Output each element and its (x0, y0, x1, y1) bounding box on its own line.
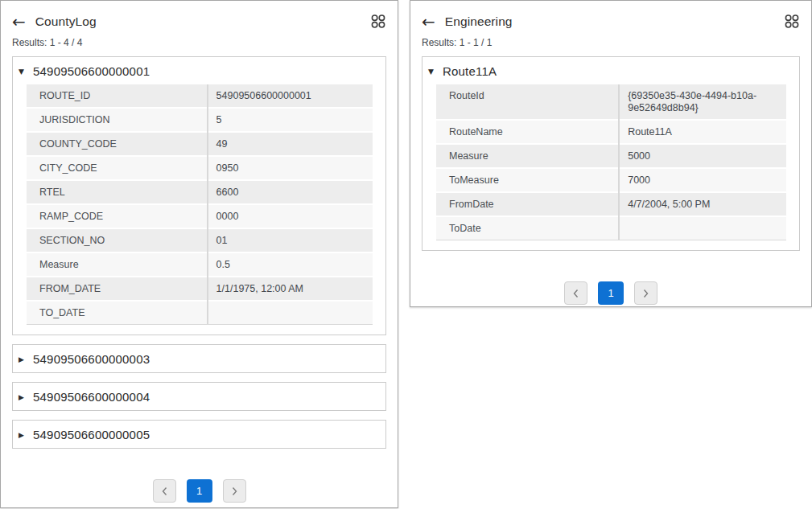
attribute-label: CITY_CODE (27, 157, 207, 179)
pagination: 1 (12, 479, 386, 503)
attribute-value: 01 (207, 229, 373, 252)
attribute-label: ToDate (436, 217, 618, 240)
back-button[interactable]: ← (12, 14, 26, 30)
attribute-label: Measure (27, 253, 207, 276)
attribute-value: 1/1/1975, 12:00 AM (207, 277, 373, 300)
attribute-label: FROM_DATE (27, 277, 207, 300)
attribute-value: 6600 (207, 181, 373, 203)
table-row: ROUTE_ID 54909506600000001 (27, 84, 373, 109)
table-row: RouteId {69350e35-430e-4494-b10a-9e52649… (436, 84, 786, 121)
attribute-value: 54909506600000001 (207, 84, 373, 107)
attribute-label: COUNTY_CODE (27, 133, 207, 155)
table-row: COUNTY_CODE 49 (27, 133, 373, 157)
attribute-value: Route11A (618, 121, 786, 143)
table-row: Measure 0.5 (27, 253, 373, 277)
attribute-value: {69350e35-430e-4494-b10a-9e52649d8b94} (618, 84, 786, 119)
back-button[interactable]: ← (422, 14, 435, 30)
panel-engineering: ← Engineering Results: 1 - 1 / 1 ▼ Route… (410, 0, 812, 307)
feature-accordion-header[interactable]: ▼ 54909506600000001 (13, 57, 385, 84)
grid-view-icon (784, 14, 800, 30)
table-row: RouteName Route11A (436, 121, 786, 145)
attribute-label: ROUTE_ID (27, 84, 207, 107)
attribute-label: Measure (436, 145, 618, 167)
caret-right-icon: ▶ (19, 355, 33, 363)
table-row: FROM_DATE 1/1/1975, 12:00 AM (27, 277, 373, 302)
arrow-left-icon: ← (12, 12, 26, 31)
attribute-value: 5000 (618, 145, 786, 167)
feature-accordion-header[interactable]: ▶ 54909506600000005 (13, 421, 385, 448)
feature-title: 54909506600000004 (33, 390, 150, 404)
table-row: ToMeasure 7000 (436, 169, 786, 193)
table-row: Measure 5000 (436, 145, 786, 169)
feature-card-collapsed: ▶ 54909506600000004 (12, 382, 386, 411)
feature-title: Route11A (443, 64, 497, 78)
table-row: CITY_CODE 0950 (27, 157, 373, 181)
attribute-table: RouteId {69350e35-430e-4494-b10a-9e52649… (436, 84, 786, 240)
attribute-label: RouteName (436, 121, 618, 143)
attribute-value: 0000 (207, 205, 373, 228)
chevron-right-icon (231, 486, 238, 496)
page-1-button[interactable]: 1 (187, 479, 212, 503)
results-count: Results: 1 - 4 / 4 (12, 37, 386, 48)
feature-title: 54909506600000005 (33, 428, 150, 441)
engineering-header: ← Engineering (422, 14, 800, 30)
chevron-right-icon (642, 289, 649, 298)
pagination-prev-button[interactable] (564, 281, 587, 305)
pagination-prev-button[interactable] (153, 479, 176, 503)
attribute-value (207, 302, 373, 324)
attribute-label: ToMeasure (436, 169, 618, 191)
attribute-label: FromDate (436, 193, 618, 216)
table-row: RAMP_CODE 0000 (27, 205, 373, 229)
feature-accordion-header[interactable]: ▶ 54909506600000003 (13, 345, 385, 372)
attribute-label: RAMP_CODE (27, 205, 207, 228)
chevron-left-icon (572, 289, 579, 298)
attribute-value: 5 (207, 109, 373, 131)
attribute-label: RTEL (27, 181, 207, 203)
table-row: RTEL 6600 (27, 181, 373, 205)
table-row: TO_DATE (27, 302, 373, 324)
caret-down-icon: ▼ (428, 68, 443, 76)
attribute-label: SECTION_NO (27, 229, 207, 252)
countylog-header: ← CountyLog (12, 14, 386, 30)
attribute-label: TO_DATE (27, 302, 207, 324)
page-1-button[interactable]: 1 (598, 281, 624, 305)
feature-card-expanded: ▼ Route11A RouteId {69350e35-430e-4494-b… (422, 56, 800, 251)
attribute-value: 0950 (207, 157, 373, 179)
pagination: 1 (422, 281, 800, 305)
pagination-next-button[interactable] (634, 281, 657, 305)
feature-card-expanded: ▼ 54909506600000001 ROUTE_ID 54909506600… (12, 56, 386, 335)
table-row: FromDate 4/7/2004, 5:00 PM (436, 193, 786, 217)
feature-card-collapsed: ▶ 54909506600000003 (12, 344, 386, 373)
feature-list: ▼ Route11A RouteId {69350e35-430e-4494-b… (422, 56, 800, 251)
attribute-label: JURISDICTION (27, 109, 207, 131)
page-title: Engineering (445, 14, 513, 29)
attribute-label: RouteId (436, 84, 618, 119)
grid-view-icon (370, 14, 386, 30)
feature-title: 54909506600000003 (33, 352, 150, 366)
attribute-value: 49 (207, 133, 373, 155)
feature-card-collapsed: ▶ 54909506600000005 (12, 420, 386, 449)
feature-title: 54909506600000001 (33, 64, 150, 78)
page-title: CountyLog (35, 14, 97, 29)
attribute-table: ROUTE_ID 54909506600000001 JURISDICTION … (27, 84, 373, 325)
feature-list: ▼ 54909506600000001 ROUTE_ID 54909506600… (12, 56, 386, 449)
pagination-next-button[interactable] (223, 479, 246, 503)
caret-right-icon: ▶ (19, 431, 33, 439)
feature-accordion-header[interactable]: ▶ 54909506600000004 (13, 383, 385, 410)
results-count: Results: 1 - 1 / 1 (422, 37, 800, 48)
table-row: ToDate (436, 217, 786, 240)
arrow-left-icon: ← (422, 12, 435, 31)
panel-countylog: ← CountyLog Results: 1 - 4 / 4 ▼ 5490950… (0, 0, 398, 508)
attribute-value: 4/7/2004, 5:00 PM (618, 193, 786, 216)
attribute-value: 0.5 (207, 253, 373, 276)
grid-view-button[interactable] (784, 14, 800, 30)
caret-down-icon: ▼ (19, 68, 33, 76)
chevron-left-icon (161, 486, 168, 496)
table-row: SECTION_NO 01 (27, 229, 373, 253)
grid-view-button[interactable] (370, 14, 386, 30)
attribute-value (618, 217, 786, 240)
table-row: JURISDICTION 5 (27, 109, 373, 133)
attribute-value: 7000 (618, 169, 786, 191)
feature-accordion-header[interactable]: ▼ Route11A (422, 57, 799, 84)
caret-right-icon: ▶ (19, 393, 33, 401)
